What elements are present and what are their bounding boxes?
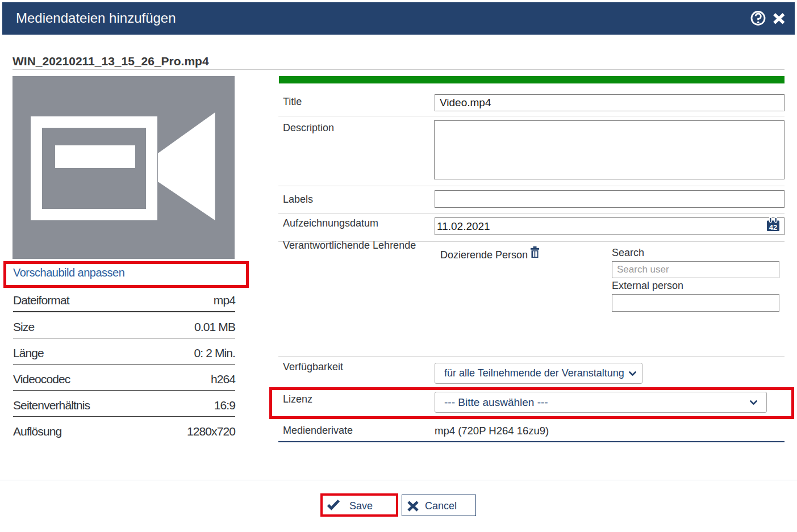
svg-text:42: 42: [769, 223, 777, 232]
